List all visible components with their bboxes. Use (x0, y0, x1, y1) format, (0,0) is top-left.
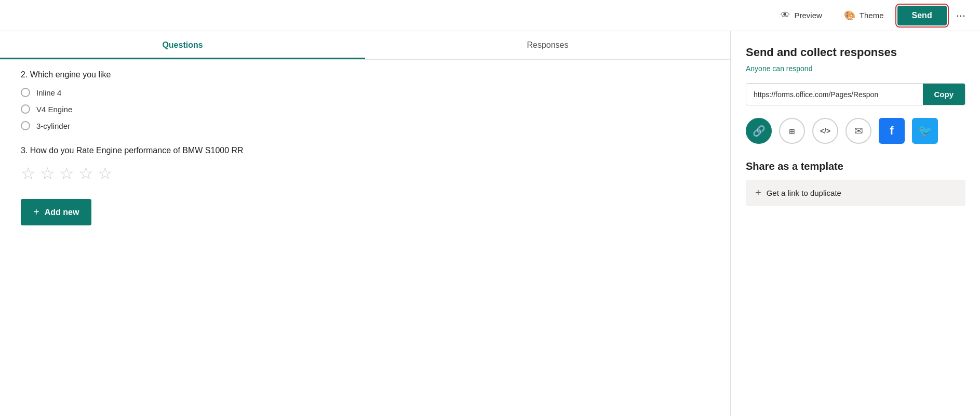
star-5[interactable]: ☆ (98, 164, 113, 183)
star-2[interactable]: ☆ (40, 164, 55, 183)
questions-content: 2. Which engine you like Inline 4 V4 Eng… (0, 60, 730, 416)
radio-label-1: Inline 4 (36, 88, 61, 97)
email-icon: ✉ (854, 125, 863, 137)
star-3[interactable]: ☆ (59, 164, 74, 183)
radio-option-inline4: Inline 4 (21, 88, 709, 97)
left-panel: Questions Responses 2. Which engine you … (0, 31, 731, 416)
panel-title: Send and collect responses (746, 46, 965, 59)
tab-questions[interactable]: Questions (0, 31, 365, 59)
share-icons-row: 🔗 ⊞ </> ✉ f 🐦 (746, 118, 965, 144)
send-button[interactable]: Send (897, 6, 947, 25)
radio-circle-2[interactable] (21, 104, 30, 114)
right-panel: Send and collect responses Anyone can re… (731, 31, 980, 416)
star-rating: ☆ ☆ ☆ ☆ ☆ (21, 164, 709, 183)
add-new-plus-icon: + (33, 206, 39, 218)
question-3-title: 3. How do you Rate Engine performance of… (21, 146, 709, 155)
add-new-label: Add new (45, 208, 79, 217)
url-copy-row: Copy (746, 83, 965, 105)
share-embed-button[interactable]: </> (812, 118, 838, 144)
url-input[interactable] (746, 84, 923, 105)
radio-label-2: V4 Engine (36, 105, 72, 114)
top-bar: 👁 Preview 🎨 Theme Send ··· (0, 0, 980, 31)
radio-circle-1[interactable] (21, 88, 30, 97)
tab-responses[interactable]: Responses (365, 31, 730, 59)
embed-icon: </> (820, 127, 830, 135)
radio-option-v4: V4 Engine (21, 104, 709, 114)
copy-button[interactable]: Copy (923, 84, 965, 105)
share-link-button[interactable]: 🔗 (746, 118, 772, 144)
link-icon: 🔗 (753, 125, 766, 137)
get-link-row[interactable]: + Get a link to duplicate (746, 180, 965, 206)
get-link-label: Get a link to duplicate (767, 189, 841, 197)
get-link-plus-icon: + (755, 187, 761, 199)
theme-icon: 🎨 (844, 10, 855, 21)
radio-label-3: 3-cylinder (36, 122, 70, 130)
radio-circle-3[interactable] (21, 121, 30, 130)
facebook-icon: f (890, 124, 893, 138)
main-layout: Questions Responses 2. Which engine you … (0, 31, 980, 416)
question-2-title: 2. Which engine you like (21, 70, 709, 79)
share-facebook-button[interactable]: f (879, 118, 905, 144)
theme-label: Theme (860, 11, 884, 20)
theme-button[interactable]: 🎨 Theme (836, 6, 892, 25)
qr-icon: ⊞ (789, 126, 795, 137)
more-options-button[interactable]: ··· (952, 7, 970, 24)
share-qr-button[interactable]: ⊞ (779, 118, 805, 144)
question-block-2: 2. Which engine you like Inline 4 V4 Eng… (21, 70, 709, 130)
preview-label: Preview (794, 11, 822, 20)
anyone-respond-link[interactable]: Anyone can respond (746, 64, 965, 73)
question-block-3: 3. How do you Rate Engine performance of… (21, 146, 709, 183)
star-4[interactable]: ☆ (78, 164, 93, 183)
share-email-button[interactable]: ✉ (845, 118, 871, 144)
star-1[interactable]: ☆ (21, 164, 36, 183)
radio-option-3cyl: 3-cylinder (21, 121, 709, 130)
add-new-button[interactable]: + Add new (21, 199, 91, 225)
tabs-bar: Questions Responses (0, 31, 730, 60)
share-template-title: Share as a template (746, 160, 965, 172)
preview-button[interactable]: 👁 Preview (772, 6, 830, 25)
preview-icon: 👁 (781, 10, 790, 21)
share-twitter-button[interactable]: 🐦 (912, 118, 938, 144)
twitter-icon: 🐦 (918, 124, 932, 138)
